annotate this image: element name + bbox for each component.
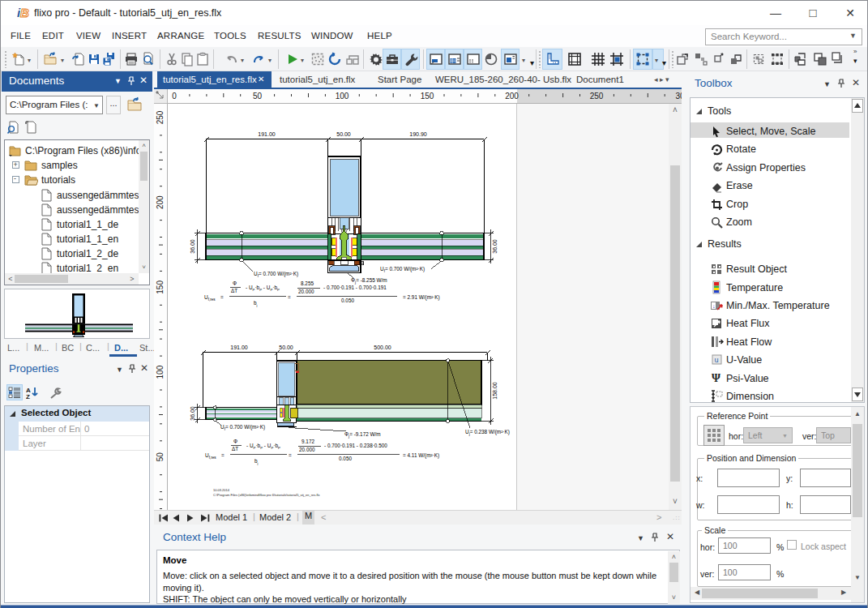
svg-text:200: 200	[505, 92, 519, 101]
svg-text:Φ: Φ	[233, 280, 237, 286]
svg-text:10.03.2014: 10.03.2014	[213, 488, 230, 492]
svg-text:=: =	[288, 294, 291, 300]
svg-text:B: B	[20, 6, 29, 19]
svg-text:200: 200	[156, 195, 165, 209]
svg-text:=: =	[221, 452, 224, 458]
svg-text:Uf= 0.700 W/(m²·K): Uf= 0.700 W/(m²·K)	[254, 271, 298, 278]
svg-text:50.00: 50.00	[336, 131, 351, 137]
svg-text:36.00: 36.00	[190, 239, 195, 254]
svg-text:= 2.91 W/(m²·K): = 2.91 W/(m²·K)	[403, 294, 440, 301]
svg-text:Uf,res: Uf,res	[204, 294, 216, 302]
svg-text:150: 150	[421, 92, 434, 101]
svg-text:ΔT: ΔT	[232, 446, 238, 452]
svg-text:158.00: 158.00	[492, 382, 498, 400]
svg-text:250: 250	[156, 110, 165, 124]
svg-text:0.050: 0.050	[341, 298, 354, 303]
svg-text:50: 50	[253, 92, 263, 101]
svg-text:Uj= 0.238 W/(m²·K): Uj= 0.238 W/(m²·K)	[465, 429, 510, 436]
svg-text:Uf= 0.700 W/(m²·K): Uf= 0.700 W/(m²·K)	[220, 424, 265, 431]
svg-text:Uf= 0.700 W/(m²·K): Uf= 0.700 W/(m²·K)	[380, 266, 425, 273]
svg-text:100: 100	[336, 92, 349, 101]
svg-text:Φ: Φ	[233, 439, 237, 444]
svg-text:0: 0	[172, 92, 177, 101]
svg-text:ΔT: ΔT	[231, 288, 237, 293]
svg-text:Φj= -8.255 W/m: Φj= -8.255 W/m	[351, 277, 387, 285]
svg-text:50.00: 50.00	[279, 345, 293, 350]
svg-text:20.000: 20.000	[298, 289, 314, 294]
svg-text:- 0.700·0.191 - 0.700·0.191: - 0.700·0.191 - 0.700·0.191	[323, 285, 387, 290]
svg-text:8.255: 8.255	[301, 280, 314, 286]
svg-text:= 4.11 W/(m²·K): = 4.11 W/(m²·K)	[403, 452, 439, 459]
svg-text:191.00: 191.00	[258, 131, 276, 137]
svg-text:=: =	[220, 294, 224, 300]
svg-text:C:\Program Files (x86)\infomin: C:\Program Files (x86)\infomind\flixo pr…	[213, 493, 319, 497]
svg-text:Ψ: Ψ	[712, 372, 720, 383]
svg-text:100: 100	[156, 365, 165, 379]
svg-text:Φj= -9.172 W/m: Φj= -9.172 W/m	[344, 431, 381, 439]
svg-text:250: 250	[590, 92, 604, 101]
svg-text:36.00: 36.00	[492, 239, 498, 254]
svg-text:0.050: 0.050	[339, 456, 352, 461]
svg-text:20.000: 20.000	[299, 447, 315, 452]
svg-text:500.00: 500.00	[374, 345, 391, 350]
svg-text:50: 50	[156, 452, 165, 462]
svg-text:- UP·bP - UP·bP: - UP·bP - UP·bP	[246, 285, 280, 292]
svg-text:bj: bj	[254, 458, 259, 465]
svg-text:u: u	[715, 356, 719, 364]
svg-text:191.00: 191.00	[230, 345, 248, 350]
svg-text:Uf,res: Uf,res	[205, 452, 216, 460]
svg-text:9.172: 9.172	[301, 439, 314, 444]
svg-text:- 0.700·0.191 - 0.238·0.500: - 0.700·0.191 - 0.238·0.500	[324, 443, 387, 448]
svg-text:Z: Z	[26, 393, 30, 400]
svg-text:bj: bj	[254, 300, 258, 307]
svg-text:190.90: 190.90	[409, 131, 427, 137]
svg-text:36.00: 36.00	[190, 406, 195, 421]
svg-text:150: 150	[156, 280, 165, 294]
svg-text:=: =	[289, 452, 292, 458]
svg-text:30: 30	[675, 92, 682, 101]
svg-text:- UP·bP - UP·bP: - UP·bP - UP·bP	[246, 443, 280, 450]
svg-text:↓: ↓	[712, 303, 716, 309]
